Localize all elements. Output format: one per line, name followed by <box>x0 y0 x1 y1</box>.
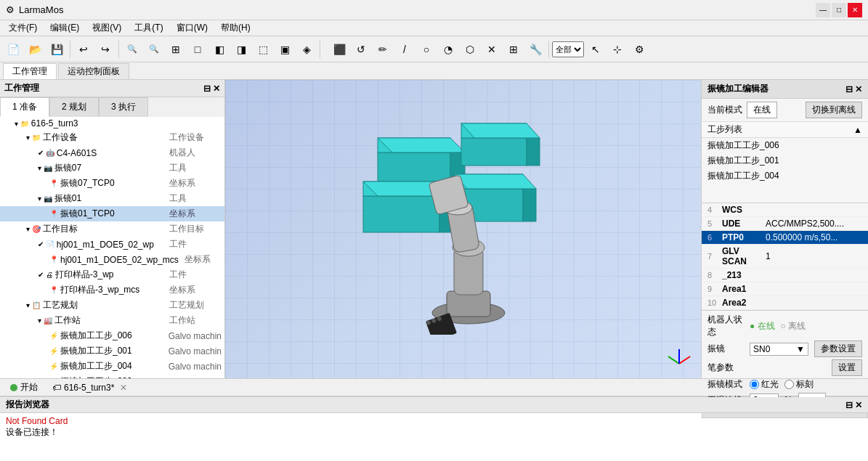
tree-item-hj001-mcs[interactable]: 📍 hj001_m1_DOE5_02_wp_mcs 坐标系 <box>0 252 224 267</box>
arc-button[interactable]: ◔ <box>438 39 458 60</box>
tree-item-c4a601s[interactable]: ✔ 🤖 C4-A601S 机器人 <box>0 145 224 160</box>
prop-area1[interactable]: 9 Area1 <box>702 282 868 296</box>
redo-button[interactable]: ↪ <box>95 39 115 60</box>
open-button[interactable]: 📂 <box>25 39 45 60</box>
tree-item-galvo07-tcp0[interactable]: 📍 振镜07_TCP0 坐标系 <box>0 176 224 191</box>
filter-dropdown[interactable]: 全部 <box>552 41 584 57</box>
prop-wcs[interactable]: 4 WCS <box>702 203 868 217</box>
panel-controls: ⊟ ✕ <box>203 83 220 94</box>
pen-setting-button[interactable]: 设置 <box>832 359 862 376</box>
polygon-button[interactable]: ⬡ <box>460 39 480 60</box>
maximize-button[interactable]: □ <box>832 3 846 17</box>
view-button5[interactable]: ▣ <box>275 39 295 60</box>
save-button[interactable]: 💾 <box>46 39 67 60</box>
tab-execute[interactable]: 3 执行 <box>99 97 148 117</box>
delete-button[interactable]: ✕ <box>482 39 502 60</box>
view-button3[interactable]: ◨ <box>231 39 251 60</box>
zoom-fit-button[interactable]: ⊞ <box>166 39 186 60</box>
undo-button[interactable]: ↩ <box>73 39 94 60</box>
step-item-001[interactable]: 振镜加工工步_001 <box>702 153 868 168</box>
step-item-006[interactable]: 振镜加工工步_006 <box>702 138 868 153</box>
circle-button[interactable]: ○ <box>416 39 437 60</box>
tab-work-management[interactable]: 工作管理 <box>3 63 57 79</box>
tree-item-galvo07[interactable]: ▾ 📷 振镜07 工具 <box>0 160 224 176</box>
tab-prepare[interactable]: 1 准备 <box>0 97 49 117</box>
draw-button[interactable]: ✏ <box>373 39 393 60</box>
tree-item-galvo-step-001[interactable]: ⚡ 振镜加工工步_001 Galvo machin <box>0 343 224 359</box>
offline-status: ○ 离线 <box>781 320 806 333</box>
tab-motion-control[interactable]: 运动控制面板 <box>58 63 129 79</box>
settings-button[interactable]: ⚙ <box>629 39 649 60</box>
select-button[interactable]: ⊹ <box>607 39 628 60</box>
view-button1[interactable]: □ <box>187 39 208 60</box>
prop-ptp0[interactable]: 6 PTP0 0.500000 m/s,50... <box>702 231 868 245</box>
rotate-button[interactable]: ↺ <box>351 39 371 60</box>
menu-help[interactable]: 帮助(H) <box>215 20 256 36</box>
tool-button[interactable]: 🔧 <box>525 39 545 60</box>
cursor-button[interactable]: ↖ <box>585 39 606 60</box>
toolbar-sep4 <box>548 41 549 58</box>
param-setting-button[interactable]: 参数设置 <box>814 340 862 357</box>
tree-item-work-targets[interactable]: ▾ 🎯 工作目标 工作目标 <box>0 221 224 237</box>
prop-213[interactable]: 8 _213 <box>702 269 868 282</box>
switch-mode-button[interactable]: 切换到离线 <box>806 102 862 118</box>
viewport[interactable] <box>225 80 701 378</box>
step-item-004[interactable]: 振镜加工工步_004 <box>702 168 868 184</box>
tab-name: 616-5_turn3* <box>64 383 114 393</box>
online-status: ● 在线 <box>750 320 775 333</box>
galvo-row: 振镜 SN0 ▼ 参数设置 <box>707 340 862 357</box>
tree-item-workstation[interactable]: ▾ 🏭 工作站 工作站 <box>0 313 224 328</box>
right-panel: 振镜加工编辑器 ⊟ ✕ 当前模式 在线 切换到离线 工步列表 ▲ 振镜加工工步_… <box>701 80 868 378</box>
tree-item-work-devices[interactable]: ▾ 📁 工作设备 工作设备 <box>0 130 224 145</box>
pen-param-row: 笔参数 设置 <box>707 359 862 376</box>
view-button2[interactable]: ◧ <box>209 39 230 60</box>
step-list[interactable]: 振镜加工工步_006 振镜加工工步_001 振镜加工工步_004 <box>702 138 868 203</box>
start-icon <box>10 384 17 391</box>
tree-item-print3-mcs[interactable]: 📍 打印样品-3_wp_mcs 坐标系 <box>0 282 224 298</box>
zoom-in-button[interactable]: 🔍 <box>122 39 142 60</box>
start-button[interactable]: 开始 <box>6 380 42 395</box>
report-panel-header: 报告浏览器 ⊟ ✕ <box>0 397 868 413</box>
tab-close-icon[interactable]: ✕ <box>120 383 127 393</box>
menu-file[interactable]: 文件(F) <box>3 20 43 36</box>
red-light-radio[interactable]: 红光 <box>750 378 779 391</box>
tree-area: ▾ 📁 616-5_turn3 ▾ 📁 工作设备 工作设备 ✔ 🤖 C4-A60… <box>0 117 224 378</box>
view-button6[interactable]: ◈ <box>296 39 317 60</box>
move-button[interactable]: ⬛ <box>329 39 349 60</box>
mark-radio[interactable]: 标刻 <box>784 378 814 391</box>
tree-item-galvo01-tcp0[interactable]: 📍 振镜01_TCP0 坐标系 <box>0 206 224 221</box>
tree-item-galvo-step-006[interactable]: ⚡ 振镜加工工步_006 Galvo machin <box>0 328 224 343</box>
tree-item-galvo01[interactable]: ▾ 📷 振镜01 工具 <box>0 191 224 206</box>
close-button[interactable]: ✕ <box>848 3 862 17</box>
toolbar-sep3 <box>320 41 320 58</box>
tree-item-process[interactable]: ▾ 📋 工艺规划 工艺规划 <box>0 298 224 313</box>
minimize-button[interactable]: — <box>816 3 830 17</box>
menu-edit[interactable]: 编辑(E) <box>44 20 85 36</box>
tab-icon: 🏷 <box>52 383 61 393</box>
align-button[interactable]: ⊞ <box>503 39 524 60</box>
tree-item-galvo-step-004[interactable]: ⚡ 振镜加工工步_004 Galvo machin <box>0 359 224 374</box>
menu-tools[interactable]: 工具(T) <box>129 20 169 36</box>
menu-view[interactable]: 视图(V) <box>86 20 127 36</box>
prop-glvscan[interactable]: 7 GLV SCAN 1 <box>702 245 868 269</box>
work-panel-header: 工作管理 ⊟ ✕ <box>0 80 224 97</box>
tab-plan[interactable]: 2 规划 <box>49 97 99 117</box>
app-title: LarmaMos <box>19 4 63 15</box>
zoom-out-button[interactable]: 🔍 <box>144 39 164 60</box>
title-bar-left: ⚙ LarmaMos <box>6 4 63 15</box>
tree-root[interactable]: ▾ 📁 616-5_turn3 <box>0 117 224 130</box>
prop-area2[interactable]: 10 Area2 <box>702 296 868 310</box>
tree-item-hj001[interactable]: ✔ 📄 hj001_m1_DOE5_02_wp 工件 <box>0 237 224 252</box>
right-panel-title: 振镜加工编辑器 ⊟ ✕ <box>702 80 868 99</box>
galvo-dropdown[interactable]: SN0 ▼ <box>750 343 808 356</box>
active-tab[interactable]: 🏷 616-5_turn3* ✕ <box>48 381 131 394</box>
line-button[interactable]: / <box>394 39 415 60</box>
tree-item-print3[interactable]: ✔ 🖨 打印样品-3_wp 工件 <box>0 267 224 282</box>
view-button4[interactable]: ⬚ <box>253 39 273 60</box>
prop-ude[interactable]: 5 UDE ACC/MMPS2,500.... <box>702 217 868 231</box>
start-label: 开始 <box>20 381 38 393</box>
axes-indicator <box>665 342 694 371</box>
new-button[interactable]: 📄 <box>3 39 23 60</box>
tree-item-galvo-step-002[interactable]: ⚡ 振镜加工工步_002 Galvo machin <box>0 374 224 378</box>
menu-window[interactable]: 窗口(W) <box>171 20 214 36</box>
